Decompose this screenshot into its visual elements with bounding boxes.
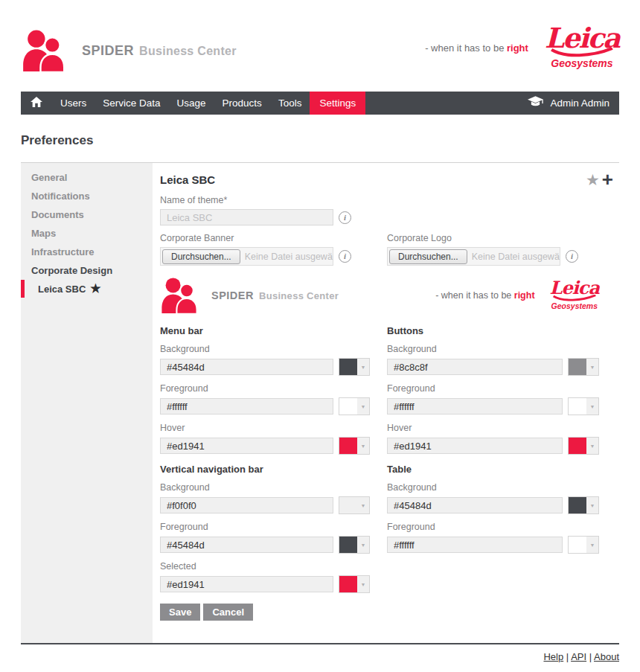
color-field: ▼ (160, 397, 370, 415)
color-value-input[interactable] (387, 497, 563, 513)
footer-link-help[interactable]: Help (543, 651, 563, 662)
chevron-down-icon: ▼ (586, 438, 598, 454)
color-swatch-dropdown[interactable]: ▼ (568, 496, 599, 514)
favorite-toggle-icon[interactable]: ★ (586, 172, 600, 188)
name-of-theme-input[interactable] (160, 209, 333, 225)
corporate-banner-group: Corporate Banner Durchsuchen... Keine Da… (160, 225, 370, 266)
brand-name: SPIDER (211, 289, 254, 301)
color-swatch-dropdown[interactable]: ▼ (339, 496, 370, 514)
color-swatch (339, 438, 357, 454)
color-value-input[interactable] (387, 438, 563, 454)
color-swatch-dropdown[interactable]: ▼ (568, 437, 599, 455)
nav-item-service-data[interactable]: Service Data (95, 92, 168, 115)
sidebar-item-general[interactable]: General (21, 168, 153, 187)
browse-button[interactable]: Durchsuchen... (162, 249, 240, 264)
color-value-input[interactable] (387, 537, 563, 553)
leica-swoosh (549, 48, 615, 57)
nav-item-users[interactable]: Users (52, 92, 95, 115)
nav-user-menu[interactable]: Admin Admin (528, 92, 619, 115)
info-icon[interactable]: i (339, 250, 351, 263)
corporate-banner-file-input[interactable]: Durchsuchen... Keine Datei ausgewä (160, 247, 333, 266)
nav-item-products[interactable]: Products (214, 92, 270, 115)
footer-separator: | (566, 651, 569, 662)
color-sections-grid: Menu bar Background ▼ Foreground (160, 316, 619, 593)
color-swatch-dropdown[interactable]: ▼ (339, 397, 370, 415)
sidebar-item-documents[interactable]: Documents (21, 205, 153, 224)
leica-geosystems-logo: Leica Geosystems (545, 27, 619, 69)
nav-item-settings[interactable]: Settings (310, 92, 365, 115)
file-status-text: Keine Datei ausgewä (245, 252, 333, 262)
nav-label: Products (223, 97, 262, 109)
nav-item-usage[interactable]: Usage (169, 92, 214, 115)
user-name: Admin Admin (550, 97, 609, 109)
theme-header: Leica SBC ★ + (160, 172, 619, 188)
field-label: Background (160, 344, 370, 354)
color-value-input[interactable] (387, 359, 563, 375)
color-swatch (339, 398, 357, 415)
brand-suffix: Business Center (139, 45, 237, 58)
color-swatch-dropdown[interactable]: ▼ (339, 575, 370, 593)
footer: Help | API | About (21, 651, 619, 662)
field-label: Foreground (160, 522, 370, 532)
color-value-input[interactable] (160, 438, 333, 454)
color-swatch-dropdown[interactable]: ▼ (568, 536, 599, 554)
chevron-down-icon: ▼ (357, 359, 369, 375)
nav-item-tools[interactable]: Tools (270, 92, 310, 115)
corporate-logo-preview: - when it has to be right Leica Geosyste… (435, 281, 599, 310)
color-value-input[interactable] (387, 398, 563, 415)
field-label: Background (387, 482, 599, 493)
section-title: Menu bar (160, 325, 370, 336)
color-swatch-dropdown[interactable]: ▼ (339, 437, 370, 455)
section-title: Table (387, 464, 599, 475)
section-title: Buttons (387, 325, 599, 336)
home-nav-button[interactable] (21, 92, 52, 115)
color-swatch (569, 537, 586, 553)
browse-button[interactable]: Durchsuchen... (389, 249, 467, 264)
chevron-down-icon: ▼ (357, 497, 369, 513)
info-icon[interactable]: i (566, 250, 578, 263)
sidebar-item-notifications[interactable]: Notifications (21, 187, 153, 205)
color-value-input[interactable] (160, 537, 333, 553)
chevron-down-icon: ▼ (357, 537, 369, 553)
field-label: Foreground (387, 522, 599, 532)
color-swatch-dropdown[interactable]: ▼ (339, 358, 370, 376)
sidebar-item-corporate-design[interactable]: Corporate Design (21, 261, 153, 280)
upload-grid: Corporate Banner Durchsuchen... Keine Da… (160, 225, 619, 266)
color-swatch-dropdown[interactable]: ▼ (339, 536, 370, 554)
color-swatch-dropdown[interactable]: ▼ (568, 397, 599, 415)
leica-wordmark: Leica (545, 27, 619, 50)
footer-separator: | (589, 651, 592, 662)
footer-link-about[interactable]: About (594, 651, 619, 662)
cancel-button[interactable]: Cancel (203, 604, 253, 621)
theme-editor-panel: Leica SBC ★ + Name of theme* i Corporate… (153, 163, 619, 643)
sidebar-sub-label: Leica SBC (38, 284, 86, 295)
color-field: ▼ (160, 358, 370, 376)
color-value-input[interactable] (160, 497, 333, 513)
footer-link-api[interactable]: API (571, 651, 586, 662)
sidebar-item-leica-sbc[interactable]: Leica SBC ★ (21, 280, 153, 298)
color-value-input[interactable] (160, 398, 333, 415)
chevron-down-icon: ▼ (357, 576, 369, 592)
nav-label: Usage (177, 97, 206, 109)
sidebar-item-infrastructure[interactable]: Infrastructure (21, 243, 153, 261)
sidebar-item-maps[interactable]: Maps (21, 224, 153, 243)
corporate-banner-label: Corporate Banner (160, 233, 370, 243)
add-theme-icon[interactable]: + (602, 172, 613, 188)
color-swatch (339, 359, 357, 375)
header-right: - when it has to be right Leica Geosyste… (425, 27, 619, 69)
color-swatch-dropdown[interactable]: ▼ (568, 358, 599, 376)
info-icon[interactable]: i (339, 211, 351, 224)
corporate-logo-file-input[interactable]: Durchsuchen... Keine Datei ausgewä (387, 247, 560, 266)
color-value-input[interactable] (160, 359, 333, 375)
corporate-logo-group: Corporate Logo Durchsuchen... Keine Date… (387, 225, 599, 266)
save-button[interactable]: Save (160, 604, 200, 621)
graduation-cap-icon (528, 96, 543, 110)
nav-label: Users (60, 97, 86, 109)
color-value-input[interactable] (160, 576, 333, 592)
color-field: ▼ (387, 437, 599, 455)
field-label: Selected (160, 561, 370, 572)
color-field: ▼ (160, 496, 370, 514)
section-vertical-navigation-bar: Vertical navigation bar Background ▼ For… (160, 455, 370, 593)
info-letter: i (344, 214, 346, 222)
leica-geosystems-logo: Leica Geosystems (550, 281, 599, 310)
